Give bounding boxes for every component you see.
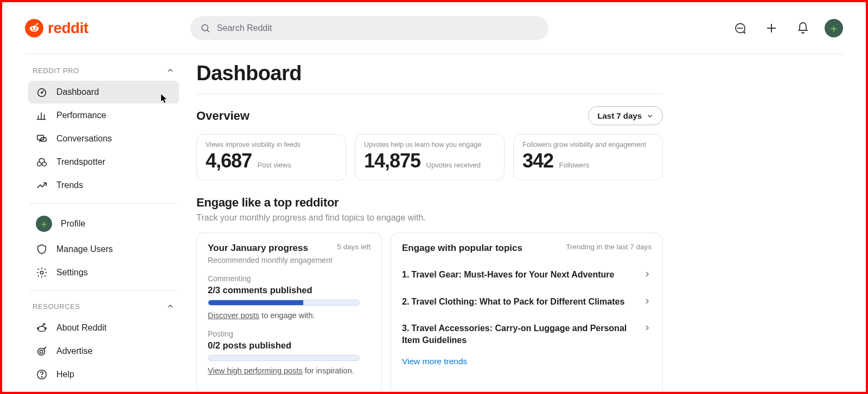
- svg-point-4: [35, 27, 37, 29]
- progress-subtitle: Recommended monthly engagement: [208, 256, 371, 264]
- avatar[interactable]: ＋: [825, 19, 843, 37]
- sidebar-item-profile[interactable]: ＋ Profile: [28, 210, 179, 237]
- stat-hint: Upvotes help us learn how you engage: [364, 141, 495, 148]
- sidebar-item-label: Conversations: [56, 134, 112, 144]
- sidebar: REDDIT PRO Dashboard Performance Convers…: [25, 54, 182, 392]
- date-range-selector[interactable]: Last 7 days: [588, 106, 663, 125]
- sidebar-item-label: About Reddit: [56, 323, 107, 333]
- svg-line-7: [207, 30, 209, 32]
- page-title: Dashboard: [196, 62, 843, 85]
- progress-days-left: 5 days left: [337, 243, 371, 251]
- discover-posts-link[interactable]: Discover posts: [208, 311, 259, 320]
- gauge-icon: [36, 86, 48, 98]
- topic-text: Travel Accessories: Carry-on Luggage and…: [402, 324, 627, 345]
- binoculars-icon: [36, 156, 48, 168]
- stat-unit: Post views: [258, 161, 291, 169]
- svg-point-29: [40, 350, 43, 353]
- view-more-trends-link[interactable]: View more trends: [402, 357, 652, 366]
- posting-value: 0/2 posts published: [208, 340, 371, 351]
- svg-point-31: [41, 377, 42, 377]
- svg-point-28: [38, 348, 45, 356]
- sidebar-item-label: Help: [56, 370, 74, 379]
- topics-panel: Engage with popular topics Trending in t…: [391, 232, 663, 392]
- svg-point-6: [202, 24, 208, 30]
- sidebar-section-pro[interactable]: REDDIT PRO: [25, 62, 182, 80]
- sidebar-item-settings[interactable]: Settings: [28, 261, 179, 284]
- sidebar-item-label: Trends: [56, 180, 83, 190]
- topic-item[interactable]: 3.Travel Accessories: Carry-on Luggage a…: [402, 315, 652, 353]
- svg-point-21: [37, 162, 41, 166]
- create-post-icon[interactable]: [762, 18, 781, 38]
- topic-item[interactable]: 1.Travel Gear: Must-Haves for Your Next …: [402, 261, 652, 288]
- date-range-label: Last 7 days: [597, 111, 642, 120]
- stat-card-post-views: Views improve visibility in feeds 4,687 …: [196, 134, 346, 180]
- sidebar-item-advertise[interactable]: Advertise: [28, 340, 179, 363]
- sidebar-section-label: REDDIT PRO: [33, 67, 79, 75]
- stat-card-upvotes: Upvotes help us learn how you engage 14,…: [355, 134, 505, 180]
- plus-icon: ＋: [828, 23, 839, 34]
- search-icon: [200, 23, 210, 34]
- sidebar-item-performance[interactable]: Performance: [28, 104, 179, 127]
- app-header: reddit ＋: [25, 2, 843, 54]
- stat-unit: Followers: [559, 161, 590, 169]
- topic-item[interactable]: 2.Travel Clothing: What to Pack for Diff…: [402, 288, 652, 315]
- brand-name: reddit: [48, 20, 88, 37]
- snoo-icon: [25, 19, 43, 37]
- svg-point-23: [40, 271, 43, 274]
- notifications-icon[interactable]: [793, 18, 813, 38]
- sidebar-item-help[interactable]: Help: [28, 363, 179, 386]
- svg-point-22: [42, 162, 46, 166]
- posting-helper: View high performing posts for inspirati…: [208, 366, 371, 375]
- svg-point-3: [32, 27, 34, 29]
- sidebar-item-conversations[interactable]: Conversations: [28, 127, 179, 150]
- reddit-logo[interactable]: reddit: [25, 19, 88, 37]
- search-input[interactable]: [216, 23, 539, 34]
- sidebar-item-label: Profile: [61, 219, 85, 229]
- commenting-helper: Discover posts to engage with.: [208, 311, 371, 320]
- topics-title: Engage with popular topics: [402, 243, 522, 254]
- stat-hint: Followers grow visibility and engagement: [522, 141, 654, 148]
- sidebar-item-label: Manage Users: [56, 244, 113, 254]
- gear-icon: [36, 267, 48, 279]
- stat-value: 342: [522, 150, 553, 172]
- commenting-progress-bar: [208, 300, 360, 306]
- help-icon: [36, 369, 48, 380]
- posting-label: Posting: [208, 330, 371, 338]
- svg-point-10: [742, 28, 742, 28]
- search-bar[interactable]: [190, 16, 548, 40]
- progress-title: Your January progress: [208, 243, 308, 254]
- sidebar-item-trendspotter[interactable]: Trendspotter: [28, 151, 179, 173]
- commenting-label: Commenting: [208, 274, 371, 283]
- main-content: Dashboard Overview Last 7 days Views imp…: [182, 54, 843, 392]
- chevron-up-icon: [166, 66, 175, 75]
- sidebar-item-label: Trendspotter: [56, 157, 105, 167]
- chat-bubbles-icon: [36, 133, 48, 145]
- sidebar-item-manage-users[interactable]: Manage Users: [28, 238, 179, 261]
- svg-point-14: [41, 92, 42, 93]
- stat-unit: Upvotes received: [426, 161, 481, 169]
- stat-card-followers: Followers grow visibility and engagement…: [513, 134, 663, 180]
- chevron-right-icon: [643, 270, 652, 279]
- view-high-performing-link[interactable]: View high performing posts: [208, 366, 303, 375]
- overview-title: Overview: [196, 109, 250, 123]
- sidebar-item-label: Settings: [56, 268, 88, 277]
- engage-subtitle: Track your monthly progress and find top…: [196, 213, 843, 223]
- stat-value: 14,875: [364, 150, 420, 172]
- sidebar-section-label: RESOURCES: [33, 302, 80, 311]
- trend-up-icon: [36, 179, 48, 191]
- chevron-down-icon: [646, 112, 654, 120]
- bar-chart-icon: [36, 109, 48, 121]
- avatar-icon: ＋: [36, 216, 52, 232]
- topic-text: Travel Gear: Must-Haves for Your Next Ad…: [411, 270, 614, 279]
- stat-value: 4,687: [206, 150, 252, 172]
- chevron-right-icon: [643, 297, 652, 306]
- sidebar-item-trends[interactable]: Trends: [28, 174, 179, 197]
- sidebar-section-resources[interactable]: RESOURCES: [25, 298, 182, 316]
- snoo-outline-icon: [36, 322, 48, 334]
- target-icon: [36, 345, 48, 357]
- sidebar-item-dashboard[interactable]: Dashboard: [28, 81, 179, 104]
- sidebar-item-about[interactable]: About Reddit: [28, 317, 179, 339]
- progress-panel: Your January progress 5 days left Recomm…: [196, 232, 382, 392]
- chat-icon[interactable]: [730, 18, 750, 38]
- chevron-right-icon: [643, 324, 652, 332]
